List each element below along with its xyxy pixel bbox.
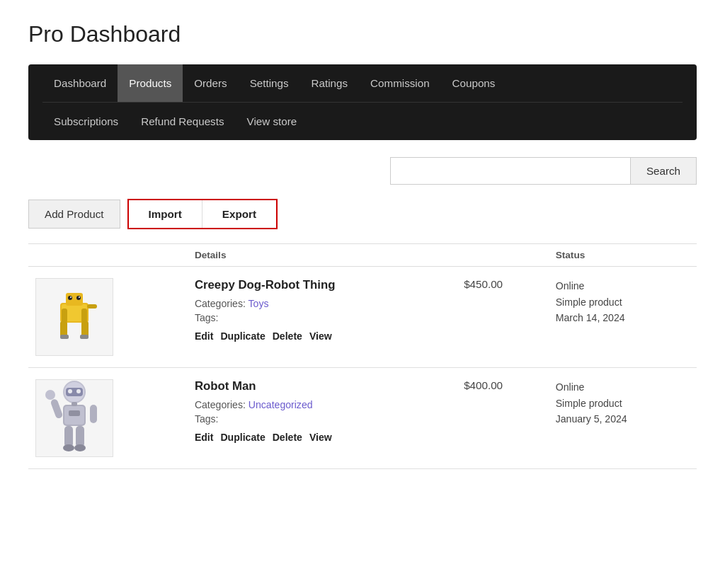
- svg-point-28: [63, 444, 74, 451]
- search-bar: Search: [28, 157, 697, 185]
- product-name-2: Robot Man: [195, 379, 450, 393]
- svg-point-29: [74, 444, 86, 451]
- robot-man-icon: [39, 379, 110, 457]
- svg-point-24: [45, 390, 55, 400]
- category-link-1[interactable]: Toys: [249, 298, 269, 309]
- delete-link-2[interactable]: Delete: [273, 432, 302, 443]
- edit-link-1[interactable]: Edit: [195, 330, 214, 342]
- product-name-1: Creepy Dog-Robot Thing: [195, 278, 450, 292]
- import-button[interactable]: Import: [129, 200, 202, 228]
- view-link-1[interactable]: View: [309, 330, 332, 342]
- products-table: Details Status: [28, 243, 697, 469]
- table-row: Robot Man Categories: Uncategorized Tags…: [28, 368, 697, 469]
- col-price: [457, 244, 549, 267]
- search-button[interactable]: Search: [631, 157, 697, 185]
- svg-rect-7: [60, 321, 67, 337]
- export-button[interactable]: Export: [202, 200, 276, 228]
- svg-rect-2: [66, 293, 83, 306]
- product-tags-2: Tags:: [195, 413, 450, 425]
- product-status-2: OnlineSimple productJanuary 5, 2024: [549, 368, 697, 469]
- product-actions-2: Edit Duplicate Delete View: [195, 432, 450, 443]
- svg-point-4: [76, 296, 81, 300]
- add-product-button[interactable]: Add Product: [28, 200, 120, 229]
- svg-rect-9: [60, 335, 69, 339]
- import-export-group: Import Export: [127, 199, 278, 229]
- nav-item-products[interactable]: Products: [118, 64, 183, 102]
- svg-point-18: [76, 389, 81, 393]
- svg-rect-21: [69, 410, 80, 416]
- duplicate-link-2[interactable]: Duplicate: [220, 432, 265, 443]
- product-categories-2: Categories: Uncategorized: [195, 399, 450, 410]
- svg-point-17: [68, 389, 72, 393]
- col-details: Details: [188, 244, 457, 267]
- product-price-1: $450.00: [457, 267, 549, 368]
- category-link-2[interactable]: Uncategorized: [249, 399, 313, 410]
- nav-item-coupons[interactable]: Coupons: [441, 64, 507, 102]
- svg-point-5: [70, 296, 72, 298]
- nav-item-commission[interactable]: Commission: [359, 64, 441, 102]
- svg-rect-8: [81, 321, 89, 337]
- nav-item-settings[interactable]: Settings: [239, 64, 300, 102]
- nav-row-1: Dashboard Products Orders Settings Ratin…: [42, 64, 683, 102]
- svg-point-6: [79, 296, 80, 298]
- product-price-2: $400.00: [457, 368, 549, 469]
- svg-rect-11: [62, 309, 67, 323]
- nav-item-subscriptions[interactable]: Subscriptions: [42, 103, 130, 140]
- svg-rect-12: [81, 309, 87, 323]
- svg-rect-13: [87, 304, 97, 309]
- svg-rect-27: [76, 426, 84, 447]
- product-status-1: OnlineSimple productMarch 14, 2024: [549, 267, 697, 368]
- nav-row-2: Subscriptions Refund Requests View store: [42, 103, 683, 140]
- duplicate-link-1[interactable]: Duplicate: [220, 330, 265, 342]
- col-status: Status: [549, 244, 697, 267]
- svg-rect-22: [72, 402, 77, 406]
- page-title: Pro Dashboard: [28, 21, 697, 47]
- nav-bar: Dashboard Products Orders Settings Ratin…: [28, 64, 697, 140]
- svg-rect-25: [90, 405, 97, 423]
- robot-dog-icon: [39, 282, 110, 352]
- svg-rect-23: [50, 398, 64, 420]
- product-tags-1: Tags:: [195, 312, 450, 323]
- nav-item-orders[interactable]: Orders: [183, 64, 238, 102]
- product-categories-1: Categories: Toys: [195, 298, 450, 309]
- nav-item-view-store[interactable]: View store: [236, 103, 309, 140]
- nav-item-ratings[interactable]: Ratings: [300, 64, 360, 102]
- product-image-2: [35, 379, 113, 457]
- edit-link-2[interactable]: Edit: [195, 432, 214, 443]
- col-image: [28, 244, 188, 267]
- svg-rect-10: [80, 335, 89, 339]
- product-actions-1: Edit Duplicate Delete View: [195, 330, 450, 342]
- view-link-2[interactable]: View: [309, 432, 332, 443]
- action-bar: Add Product Import Export: [28, 199, 697, 229]
- product-image-1: [35, 278, 113, 356]
- search-input[interactable]: [390, 157, 631, 185]
- svg-point-3: [68, 296, 72, 300]
- delete-link-1[interactable]: Delete: [273, 330, 302, 342]
- nav-item-dashboard[interactable]: Dashboard: [42, 64, 118, 102]
- svg-rect-26: [64, 426, 73, 447]
- table-row: Creepy Dog-Robot Thing Categories: Toys …: [28, 267, 697, 368]
- nav-item-refund-requests[interactable]: Refund Requests: [130, 103, 235, 140]
